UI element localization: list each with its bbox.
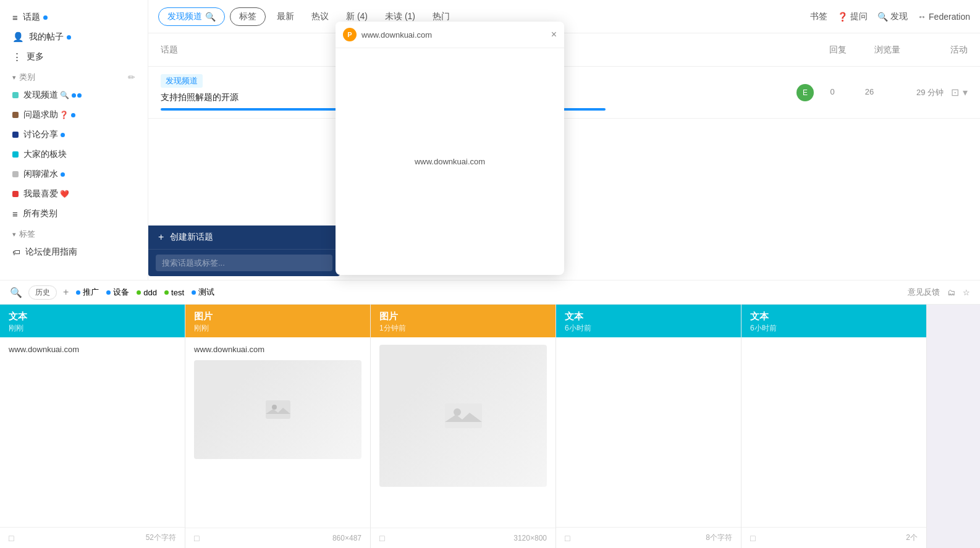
help-dot <box>71 113 75 117</box>
sidebar-item-topics[interactable]: ≡ 话题 <box>0 7 148 27</box>
federation-label: Federation <box>929 12 970 22</box>
nav-federation[interactable]: ↔ Federation <box>918 12 970 22</box>
create-new-topic-item[interactable]: + 创建新话题 <box>148 226 340 250</box>
tab-latest[interactable]: 最新 <box>271 8 300 25</box>
toolbar-search-icon[interactable]: 🔍 <box>10 287 22 298</box>
tab-popular-label: 热门 <box>433 11 450 21</box>
sidebar-item-favorite[interactable]: 我最喜爱 ❤️ <box>0 184 148 204</box>
card-1-header: 文本 刚刚 <box>0 305 185 337</box>
tags-title: 标签 <box>19 229 35 240</box>
sidebar-item-more[interactable]: ⋮ 更多 <box>0 47 148 67</box>
sidebar-item-discover[interactable]: 发现频道 🔍 <box>0 85 148 105</box>
feedback-label[interactable]: 意见反馈 <box>908 287 940 298</box>
card-2-type: 图片 <box>194 311 361 322</box>
discover-dot1 <box>72 93 76 98</box>
url-preview-modal: P www.downkuai.com × www.downkuai.com <box>336 22 564 275</box>
nav-bookmarks[interactable]: 书签 <box>810 11 827 22</box>
clipboard-cards-area: 文本 刚刚 www.downkuai.com □ 52个字符 图片 刚刚 www… <box>0 305 980 548</box>
discover-channel-button[interactable]: 发现频道 🔍 <box>158 7 225 26</box>
card-2-footer-icon: □ <box>194 533 199 543</box>
sidebar-item-guide[interactable]: 🏷 论坛使用指南 <box>0 242 148 262</box>
create-topic-icon: + <box>158 232 164 243</box>
ddd-dot <box>137 290 141 295</box>
topic-list-header: 话题 回复 浏览量 活动 <box>148 33 980 67</box>
post-title[interactable]: 支持拍照解题的开源 <box>161 92 239 102</box>
sidebar-help-label: 问题求助 <box>23 109 58 120</box>
card-2-footer: □ 860×487 <box>185 528 370 548</box>
tags-toggle[interactable]: ▾ 标签 <box>12 229 35 240</box>
nav-ask[interactable]: ❓ 提问 <box>837 11 868 22</box>
nav-right-items: 书签 ❓ 提问 🔍 发现 ↔ Federation <box>810 11 970 22</box>
sidebar-item-all-categories[interactable]: ≡ 所有类别 <box>0 204 148 224</box>
discover-channel-label: 发现频道 <box>167 11 202 22</box>
discuss-color-dot <box>12 132 19 138</box>
card-5: 文本 6小时前 □ 2个 <box>741 305 927 548</box>
archive-icon[interactable]: 🗂 <box>947 288 955 297</box>
history-button[interactable]: 历史 <box>28 285 57 300</box>
test-dot <box>164 290 169 295</box>
toolbar-tag-test[interactable]: test <box>164 288 184 297</box>
modal-url-text: www.downkuai.com <box>415 157 485 166</box>
card-4-footer-icon: □ <box>565 533 570 543</box>
sidebar-item-discuss[interactable]: 讨论分享 <box>0 125 148 145</box>
card-5-type: 文本 <box>750 311 918 322</box>
card-4-body <box>556 337 741 527</box>
tab-hot[interactable]: 热议 <box>305 8 335 25</box>
shebei-dot <box>106 290 111 295</box>
header-views: 浏览量 <box>869 44 906 56</box>
post-replies: 0 <box>820 87 845 98</box>
guide-tag-icon: 🏷 <box>12 248 20 257</box>
modal-url-header: www.downkuai.com <box>361 30 432 40</box>
sidebar-guide-label: 论坛使用指南 <box>25 247 77 258</box>
tags-button[interactable]: 标签 <box>230 7 266 26</box>
sidebar-more-label: 更多 <box>27 51 44 62</box>
card-3-size: 3120×800 <box>513 534 547 542</box>
card-3-body <box>371 337 555 528</box>
post-expand-icon[interactable]: ⊡ <box>951 86 959 98</box>
card-3-image-placeholder <box>379 345 547 487</box>
dropdown-search-input[interactable] <box>156 255 332 271</box>
tuiguang-dot <box>76 290 80 295</box>
favorite-color-dot <box>12 191 19 197</box>
sidebar-all-categories-label: 所有类别 <box>23 208 57 219</box>
star-icon[interactable]: ☆ <box>963 288 970 297</box>
toolbar-search-area: 🔍 <box>10 287 22 298</box>
help-icon: ❓ <box>59 111 69 119</box>
toolbar-tag-tuiguang[interactable]: 推广 <box>76 287 99 298</box>
nav-discover[interactable]: 🔍 发现 <box>877 11 908 22</box>
ddd-label: ddd <box>143 288 157 297</box>
tab-latest-label: 最新 <box>277 11 294 21</box>
card-3-header: 图片 1分钟前 <box>371 305 555 337</box>
my-posts-icon: 👤 <box>12 32 24 43</box>
toolbar-tag-ceshi[interactable]: 测试 <box>192 287 214 298</box>
everyone-color-dot <box>12 151 19 158</box>
card-4-type: 文本 <box>565 311 732 322</box>
card-5-time: 6小时前 <box>750 323 918 334</box>
card-5-footer-icon: □ <box>750 533 755 543</box>
modal-header: P www.downkuai.com × <box>336 22 564 48</box>
toolbar-tag-shebei[interactable]: 设备 <box>106 287 129 298</box>
bottom-toolbar: 🔍 历史 + 推广 设备 ddd test 测试 意见反馈 🗂 ☆ <box>0 280 980 305</box>
more-icon: ⋮ <box>12 51 22 62</box>
sidebar-topics-label: 话题 <box>23 12 40 23</box>
modal-close-button[interactable]: × <box>551 29 557 40</box>
card-3-footer: □ 3120×800 <box>371 528 555 548</box>
toolbar-tag-ddd[interactable]: ddd <box>137 288 157 297</box>
post-avatar: E <box>796 84 814 101</box>
dropdown-search-area <box>148 250 340 276</box>
categories-edit-icon[interactable]: ✏ <box>128 72 135 82</box>
sidebar-item-my-posts[interactable]: 👤 我的帖子 <box>0 27 148 47</box>
topics-dot <box>43 15 48 20</box>
sidebar-my-posts-label: 我的帖子 <box>29 32 64 43</box>
sidebar-discuss-label: 讨论分享 <box>23 129 58 140</box>
sidebar-item-help[interactable]: 问题求助 ❓ <box>0 105 148 125</box>
post-row: 发现频道 支持拍照解题的开源 E 0 26 29 分钟 ⊡ ▾ <box>148 67 980 119</box>
post-category-badge: 发现频道 <box>161 74 203 88</box>
sidebar-item-everyone[interactable]: 大家的板块 <box>0 145 148 164</box>
card-1-type: 文本 <box>9 311 176 322</box>
add-tag-button[interactable]: + <box>63 287 69 298</box>
sidebar-item-casual[interactable]: 闲聊灌水 <box>0 164 148 184</box>
post-collapse-icon[interactable]: ▾ <box>963 86 968 98</box>
categories-toggle[interactable]: ▾ 类别 <box>12 72 35 83</box>
header-reply: 回复 <box>819 44 856 56</box>
